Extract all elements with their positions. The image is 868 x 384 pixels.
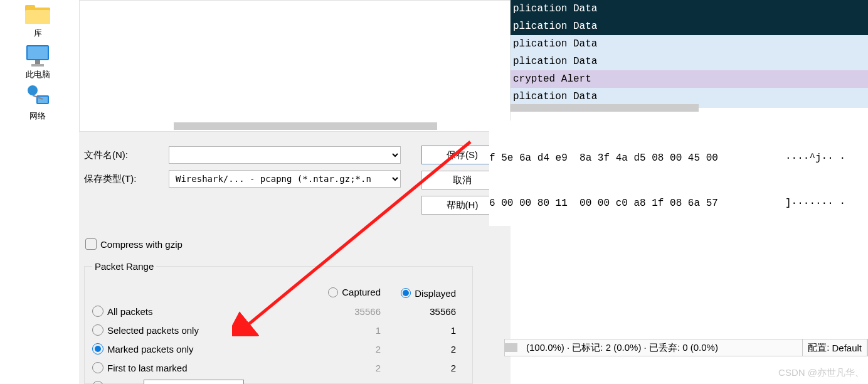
save-as-dialog: 文件名(N): 保存类型(T): Wireshark/... - pcapng … — [79, 0, 511, 384]
svg-point-7 — [28, 85, 38, 95]
desktop-icons: 库 此电脑 网络 — [13, 1, 63, 122]
status-text: (100.0%) · 已标记: 2 (0.0%) · 已丢弃: 0 (0.0%) — [521, 339, 803, 356]
filetype-label: 保存类型(T): — [84, 173, 169, 185]
horizontal-scrollbar[interactable] — [174, 122, 437, 130]
compress-checkbox-row[interactable]: Compress with gzip — [85, 238, 183, 250]
filetype-select[interactable]: Wireshark/... - pcapng (*.ntar.gz;*.n — [169, 170, 401, 188]
marked-packets-radio[interactable]: Marked packets only — [92, 343, 305, 355]
filename-input[interactable] — [169, 146, 401, 164]
network-icon — [23, 84, 53, 109]
packet-row[interactable]: crypted Alert — [511, 70, 868, 88]
svg-rect-4 — [28, 46, 48, 59]
range-input[interactable] — [144, 380, 244, 384]
all-packets-radio[interactable]: All packets — [92, 306, 305, 317]
desktop-icon-label: 此电脑 — [26, 69, 50, 80]
first-to-last-radio[interactable]: First to last marked — [92, 362, 305, 373]
packet-row[interactable]: plication Data — [511, 88, 868, 105]
packet-row[interactable]: plication Data — [511, 35, 868, 53]
packet-row[interactable]: plication Data — [511, 53, 868, 70]
range-radio[interactable]: Range: — [92, 380, 305, 384]
config-segment[interactable]: 配置: Default — [803, 339, 867, 356]
horizontal-scrollbar[interactable] — [511, 104, 699, 112]
desktop-icon-label: 网络 — [29, 110, 46, 122]
packet-list[interactable]: plication Data plication Data plication … — [511, 0, 868, 108]
file-browser-pane[interactable] — [79, 0, 511, 132]
checkbox-icon[interactable] — [85, 238, 97, 250]
filename-label: 文件名(N): — [84, 149, 169, 161]
status-bar: (100.0%) · 已标记: 2 (0.0%) · 已丢弃: 0 (0.0%)… — [504, 339, 868, 356]
hex-dump[interactable]: f 5e 6a d4 e9 8a 3f 4a d5 08 00 45 00 6 … — [489, 120, 868, 226]
desktop-icon-this-pc[interactable]: 此电脑 — [16, 43, 60, 80]
folder-icon — [23, 1, 53, 26]
svg-rect-2 — [25, 10, 50, 24]
desktop-icon-library[interactable]: 库 — [16, 1, 60, 39]
desktop-icon-network[interactable]: 网络 — [16, 84, 60, 122]
packet-range-group: Packet Range Captured Displayed All pack… — [84, 261, 473, 384]
packet-row[interactable]: plication Data — [511, 0, 868, 18]
selected-packets-radio[interactable]: Selected packets only — [92, 324, 305, 336]
compress-label: Compress with gzip — [100, 239, 183, 250]
captured-radio[interactable]: Captured — [328, 287, 381, 297]
displayed-radio[interactable]: Displayed — [401, 288, 456, 299]
watermark: CSDN @亦世凡华、 — [778, 367, 864, 379]
ascii-column: ····^j·· · ]······· · ^E···3·I · ····4··… — [785, 120, 868, 226]
scrollbar-stub[interactable] — [505, 343, 517, 352]
svg-rect-6 — [31, 64, 44, 67]
monitor-icon — [23, 43, 53, 68]
desktop-icon-label: 库 — [34, 28, 42, 39]
packet-range-legend: Packet Range — [92, 261, 156, 272]
svg-rect-5 — [35, 60, 40, 64]
packet-row[interactable]: plication Data — [511, 18, 868, 35]
svg-rect-1 — [25, 5, 35, 10]
